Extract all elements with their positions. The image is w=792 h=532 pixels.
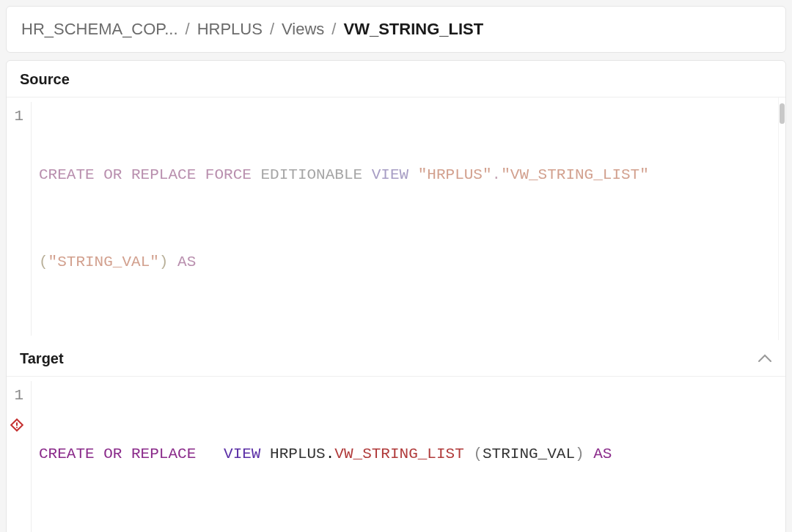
gutter-error-icon[interactable] (10, 410, 23, 440)
breadcrumb-card: HR_SCHEMA_COP... / HRPLUS / Views / VW_S… (6, 6, 786, 53)
target-code[interactable]: 1 CREATE OR REPLACE VIEW HRPLUS.VW_STRIN… (7, 377, 785, 532)
target-title: Target (20, 350, 64, 367)
line-number: 1 (14, 102, 23, 131)
line-number: 1 (14, 381, 23, 410)
code-line[interactable]: CREATE OR REPLACE FORCE EDITIONABLE VIEW… (39, 160, 771, 190)
target-body: 1 CREATE OR REPLACE VIEW HRPLUS.VW_STRIN… (7, 377, 785, 532)
breadcrumb-crumb-0[interactable]: HR_SCHEMA_COP... (21, 20, 178, 39)
source-body: 1 CREATE OR REPLACE FORCE EDITIONABLE VI… (7, 97, 785, 340)
source-gutter: 1 (7, 102, 32, 336)
breadcrumb: HR_SCHEMA_COP... / HRPLUS / Views / VW_S… (7, 7, 785, 52)
source-code[interactable]: 1 CREATE OR REPLACE FORCE EDITIONABLE VI… (7, 97, 778, 340)
code-line[interactable]: ("STRING_VAL") AS (39, 248, 771, 277)
error-diamond-icon (10, 418, 23, 432)
target-header[interactable]: Target (7, 340, 785, 377)
code-line[interactable]: SELECT COLUMN_VALUE FROM SYS.ODCIVARCHAR… (39, 528, 778, 532)
breadcrumb-crumb-1[interactable]: HRPLUS (197, 20, 263, 39)
source-lines[interactable]: CREATE OR REPLACE FORCE EDITIONABLE VIEW… (32, 102, 771, 336)
target-gutter: 1 (7, 381, 32, 532)
scroll-thumb[interactable] (780, 103, 785, 124)
target-lines[interactable]: CREATE OR REPLACE VIEW HRPLUS.VW_STRING_… (32, 381, 778, 532)
code-panels-card: Source 1 CREATE OR REPLACE FORCE EDITION… (6, 60, 786, 532)
breadcrumb-crumb-2[interactable]: Views (282, 20, 324, 39)
code-line[interactable]: CREATE OR REPLACE VIEW HRPLUS.VW_STRING_… (39, 440, 778, 469)
breadcrumb-sep: / (331, 20, 336, 39)
svg-point-2 (16, 426, 18, 428)
chevron-up-icon[interactable] (758, 351, 772, 366)
source-title: Source (20, 71, 70, 88)
breadcrumb-sep: / (186, 20, 190, 39)
breadcrumb-crumb-3[interactable]: VW_STRING_LIST (343, 20, 483, 39)
breadcrumb-sep: / (270, 20, 274, 39)
source-scrollbar[interactable] (778, 97, 785, 340)
source-header: Source (7, 61, 785, 97)
